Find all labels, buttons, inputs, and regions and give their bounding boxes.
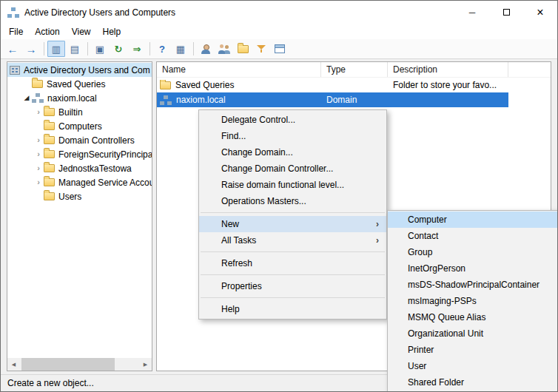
menu-separator xyxy=(201,274,385,275)
context-menu-new[interactable]: New › xyxy=(199,216,386,232)
tree-item-computers[interactable]: Computers xyxy=(7,119,152,133)
context-menu-raise-functional-level[interactable]: Raise domain functional level... xyxy=(199,177,386,193)
new-group-icon xyxy=(218,44,230,54)
column-header-description[interactable]: Description xyxy=(388,62,508,77)
submenu-item-contact[interactable]: Contact xyxy=(388,228,558,244)
tree-item-jednostka-testowa[interactable]: › JednostkaTestowa xyxy=(7,161,152,175)
console-tree: Active Directory Users and Com Saved Que… xyxy=(7,63,152,358)
tree-item-label: Managed Service Accou xyxy=(58,178,152,188)
submenu-item-printer[interactable]: Printer xyxy=(388,342,558,358)
menu-action[interactable]: Action xyxy=(29,24,65,39)
toolbar-separator xyxy=(193,42,194,55)
tree-item-label: Saved Queries xyxy=(47,79,105,89)
submenu-item-shared-folder[interactable]: Shared Folder xyxy=(388,374,558,391)
export-list-button[interactable]: ⇒ xyxy=(128,41,146,57)
submenu-item-msmq-queue-alias[interactable]: MSMQ Queue Alias xyxy=(388,309,558,325)
tree-item-saved-queries[interactable]: Saved Queries xyxy=(7,77,152,91)
submenu-item-msimaging-psps[interactable]: msImaging-PSPs xyxy=(388,293,558,309)
context-menu-find[interactable]: Find... xyxy=(199,128,386,144)
row-type: Domain xyxy=(321,95,388,105)
folder-icon xyxy=(160,81,171,89)
maximize-icon xyxy=(503,9,510,16)
context-menu-help[interactable]: Help xyxy=(199,301,386,317)
context-menu-operations-masters[interactable]: Operations Masters... xyxy=(199,193,386,209)
scroll-right-button[interactable]: ▶ xyxy=(139,358,152,371)
expand-closed-icon[interactable]: › xyxy=(33,164,44,172)
tree-item-aduc-root[interactable]: Active Directory Users and Com xyxy=(7,63,152,77)
list-row-saved-queries[interactable]: Saved Queries Folder to store your favo.… xyxy=(157,78,508,92)
context-menu-change-domain[interactable]: Change Domain... xyxy=(199,144,386,160)
expand-closed-icon[interactable]: › xyxy=(33,108,44,116)
show-hide-console-tree-button[interactable]: ▥ xyxy=(47,41,65,57)
advanced-options-button[interactable] xyxy=(271,41,289,57)
toolbar: ← → ▥ ▤ ▣ ↻ ⇒ ? ▦ xyxy=(1,39,557,59)
up-one-level-button[interactable]: ▣ xyxy=(91,41,109,57)
up-level-icon: ▣ xyxy=(95,44,104,54)
menu-separator xyxy=(201,297,385,298)
domain-icon xyxy=(32,93,44,103)
expand-closed-icon[interactable]: › xyxy=(33,136,44,144)
scrollbar-thumb[interactable] xyxy=(21,358,115,371)
tree-horizontal-scrollbar[interactable]: ◀ ▶ xyxy=(7,358,152,371)
properties-button[interactable]: ▤ xyxy=(66,41,84,57)
filter-icon xyxy=(256,44,266,53)
tree-item-label: ForeignSecurityPrincipals xyxy=(58,149,152,160)
tree-item-builtin[interactable]: › Builtin xyxy=(7,105,152,119)
row-name: naxiom.local xyxy=(176,95,226,105)
back-button[interactable]: ← xyxy=(4,41,21,57)
context-menu-change-domain-controller[interactable]: Change Domain Controller... xyxy=(199,160,386,177)
console-tree-pane: Active Directory Users and Com Saved Que… xyxy=(7,61,152,371)
back-icon: ← xyxy=(7,44,19,55)
expand-open-icon[interactable]: ◢ xyxy=(21,95,32,101)
help-icon: ? xyxy=(159,44,165,54)
submenu-item-computer[interactable]: Computer xyxy=(388,212,558,228)
new-user-button[interactable] xyxy=(197,41,215,57)
tree-item-domain-controllers[interactable]: › Domain Controllers xyxy=(7,133,152,147)
menubar: File Action View Help xyxy=(1,24,557,39)
context-menu-properties[interactable]: Properties xyxy=(199,278,386,294)
context-menu-all-tasks[interactable]: All Tasks › xyxy=(199,232,386,249)
refresh-button[interactable]: ↻ xyxy=(110,41,127,57)
toolbar-separator xyxy=(149,42,150,55)
maximize-button[interactable] xyxy=(489,1,523,24)
context-menu: Delegate Control... Find... Change Domai… xyxy=(198,109,387,320)
tree-item-label: Builtin xyxy=(58,107,83,118)
submenu-item-inetorgperson[interactable]: InetOrgPerson xyxy=(388,260,558,277)
context-menu-delegate-control[interactable]: Delegate Control... xyxy=(199,112,386,128)
row-name: Saved Queries xyxy=(175,80,234,90)
list-header: Name Type Description xyxy=(157,62,551,78)
context-menu-refresh[interactable]: Refresh xyxy=(199,255,386,271)
menu-file[interactable]: File xyxy=(3,24,29,39)
ou-folder-icon xyxy=(44,164,55,172)
submenu-item-user[interactable]: User xyxy=(388,358,558,374)
forward-button[interactable]: → xyxy=(22,41,40,57)
column-header-name[interactable]: Name xyxy=(157,62,321,77)
new-group-button[interactable] xyxy=(215,41,233,57)
submenu-item-group[interactable]: Group xyxy=(388,244,558,260)
new-submenu: Computer Contact Group InetOrgPerson msD… xyxy=(387,210,558,392)
column-header-type[interactable]: Type xyxy=(321,62,388,77)
submenu-item-organizational-unit[interactable]: Organizational Unit xyxy=(388,325,558,342)
list-row-naxiom-local[interactable]: naxiom.local Domain xyxy=(157,92,508,107)
menu-help[interactable]: Help xyxy=(97,24,127,39)
folder-icon xyxy=(44,150,55,158)
tree-item-naxiom-local[interactable]: ◢ naxiom.local xyxy=(7,91,152,105)
minimize-button[interactable]: ─ xyxy=(455,1,489,24)
expand-closed-icon[interactable]: › xyxy=(33,178,44,186)
expand-closed-icon[interactable]: › xyxy=(33,150,44,158)
menu-separator xyxy=(201,212,385,213)
view-options-button[interactable]: ▦ xyxy=(172,41,189,57)
scroll-left-button[interactable]: ◀ xyxy=(7,358,20,371)
close-button[interactable]: × xyxy=(523,1,557,24)
submenu-item-msds-shadowprincipalcontainer[interactable]: msDS-ShadowPrincipalContainer xyxy=(388,277,558,293)
tree-item-users[interactable]: Users xyxy=(7,189,152,203)
help-button[interactable]: ? xyxy=(153,41,171,57)
set-filter-button[interactable] xyxy=(252,41,270,57)
scrollbar-track[interactable] xyxy=(20,358,139,371)
new-ou-button[interactable] xyxy=(234,41,252,57)
tree-item-foreign-security-principals[interactable]: › ForeignSecurityPrincipals xyxy=(7,147,152,161)
menu-view[interactable]: View xyxy=(66,24,97,39)
tree-item-managed-service-accounts[interactable]: › Managed Service Accou xyxy=(7,175,152,189)
new-user-icon xyxy=(201,44,211,54)
tree-item-label: Users xyxy=(58,192,81,202)
